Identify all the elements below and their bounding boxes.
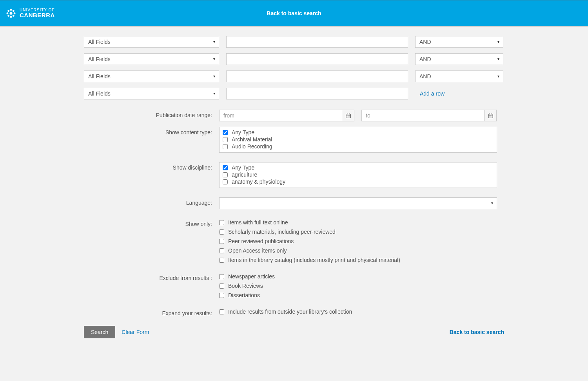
svg-rect-20 bbox=[489, 116, 490, 116]
content-type-listbox[interactable]: Any Type Archival Material Audio Recordi… bbox=[219, 127, 497, 153]
search-term-input[interactable] bbox=[226, 36, 408, 48]
exclude-list: Newspaper articles Book Reviews Disserta… bbox=[219, 273, 275, 298]
svg-point-2 bbox=[10, 16, 12, 18]
svg-rect-18 bbox=[489, 113, 490, 114]
content-type-item[interactable]: Archival Material bbox=[223, 136, 494, 143]
exclude-checkbox[interactable] bbox=[219, 274, 224, 279]
search-row: All Fields Add a row bbox=[84, 88, 504, 99]
svg-rect-13 bbox=[347, 116, 347, 116]
show-only-checkbox[interactable] bbox=[219, 248, 224, 253]
show-only-row: Show only: Items with full text online S… bbox=[84, 218, 504, 263]
exclude-item[interactable]: Book Reviews bbox=[219, 283, 275, 289]
back-to-basic-link-footer[interactable]: Back to basic search bbox=[450, 329, 504, 335]
svg-point-3 bbox=[6, 13, 8, 14]
operator-select[interactable]: AND bbox=[415, 70, 503, 82]
content-type-item-label: Any Type bbox=[232, 129, 254, 135]
date-from-picker-button[interactable] bbox=[342, 110, 354, 121]
svg-rect-12 bbox=[349, 113, 349, 114]
show-only-item[interactable]: Open Access items only bbox=[219, 247, 400, 254]
search-term-input[interactable] bbox=[226, 70, 408, 82]
show-only-checkbox[interactable] bbox=[219, 220, 224, 225]
field-select[interactable]: All Fields bbox=[84, 53, 219, 65]
exclude-row: Exclude from results : Newspaper article… bbox=[84, 273, 504, 298]
field-select[interactable]: All Fields bbox=[84, 70, 219, 82]
clear-form-link[interactable]: Clear Form bbox=[122, 329, 149, 335]
language-label: Language: bbox=[84, 197, 219, 209]
content-type-checkbox[interactable] bbox=[223, 130, 228, 135]
svg-rect-19 bbox=[491, 113, 492, 114]
search-button[interactable]: Search bbox=[84, 326, 115, 338]
logo[interactable]: UNIVERSITY OF CANBERRA bbox=[0, 8, 55, 19]
discipline-item[interactable]: anatomy & physiology bbox=[223, 178, 494, 185]
expand-label: Expand your results: bbox=[84, 308, 219, 316]
discipline-item[interactable]: Any Type bbox=[223, 164, 494, 171]
exclude-item[interactable]: Newspaper articles bbox=[219, 273, 275, 280]
exclude-item[interactable]: Dissertations bbox=[219, 292, 275, 298]
calendar-icon bbox=[488, 113, 493, 118]
add-row-link[interactable]: Add a row bbox=[415, 90, 445, 97]
show-only-checkbox[interactable] bbox=[219, 258, 224, 263]
svg-rect-14 bbox=[348, 116, 348, 116]
expand-item-label: Include results from outside your librar… bbox=[228, 309, 352, 315]
form-actions: Search Clear Form Back to basic search bbox=[84, 326, 504, 338]
svg-point-7 bbox=[7, 15, 9, 17]
svg-point-0 bbox=[10, 12, 13, 15]
content-type-checkbox[interactable] bbox=[223, 137, 228, 142]
search-term-input[interactable] bbox=[226, 88, 408, 99]
language-select[interactable] bbox=[219, 197, 497, 209]
show-only-item[interactable]: Items with full text online bbox=[219, 219, 400, 226]
content-type-row: Show content type: Any Type Archival Mat… bbox=[84, 127, 504, 153]
operator-select[interactable]: AND bbox=[415, 53, 503, 65]
discipline-listbox[interactable]: Any Type agriculture anatomy & physiolog… bbox=[219, 162, 497, 188]
svg-point-5 bbox=[7, 10, 9, 12]
search-row: All Fields AND bbox=[84, 70, 504, 82]
pub-date-label: Publication date range: bbox=[84, 110, 219, 121]
field-select[interactable]: All Fields bbox=[84, 88, 219, 99]
discipline-item-label: Any Type bbox=[232, 164, 254, 171]
university-logo-icon bbox=[5, 8, 16, 19]
svg-rect-15 bbox=[349, 116, 350, 116]
content-type-item-label: Archival Material bbox=[232, 136, 272, 143]
logo-text-bottom: CANBERRA bbox=[20, 12, 55, 18]
show-only-item-label: Peer reviewed publications bbox=[228, 238, 294, 244]
logo-text: UNIVERSITY OF CANBERRA bbox=[20, 8, 55, 18]
exclude-item-label: Dissertations bbox=[228, 292, 260, 298]
show-only-item-label: Items in the library catalog (includes m… bbox=[228, 257, 400, 263]
show-only-item[interactable]: Items in the library catalog (includes m… bbox=[219, 257, 400, 263]
discipline-checkbox[interactable] bbox=[223, 179, 228, 184]
svg-rect-22 bbox=[491, 116, 492, 116]
show-only-label: Show only: bbox=[84, 218, 219, 263]
date-to-picker-button[interactable] bbox=[484, 110, 497, 121]
show-only-list: Items with full text online Scholarly ma… bbox=[219, 218, 400, 263]
expand-checkbox[interactable] bbox=[219, 309, 224, 314]
content-type-item[interactable]: Audio Recording bbox=[223, 143, 494, 150]
content-type-label: Show content type: bbox=[84, 127, 219, 153]
operator-select[interactable]: AND bbox=[415, 36, 503, 48]
exclude-label: Exclude from results : bbox=[84, 273, 219, 298]
exclude-checkbox[interactable] bbox=[219, 293, 224, 298]
show-only-checkbox[interactable] bbox=[219, 229, 224, 235]
field-select[interactable]: All Fields bbox=[84, 36, 219, 48]
back-to-basic-link-header[interactable]: Back to basic search bbox=[267, 10, 321, 16]
content-type-checkbox[interactable] bbox=[223, 144, 228, 149]
language-row: Language: bbox=[84, 197, 504, 209]
expand-item[interactable]: Include results from outside your librar… bbox=[219, 309, 352, 315]
search-term-input[interactable] bbox=[226, 53, 408, 65]
discipline-item[interactable]: agriculture bbox=[223, 171, 494, 178]
discipline-row: Show discipline: Any Type agriculture an… bbox=[84, 162, 504, 188]
discipline-checkbox[interactable] bbox=[223, 172, 228, 177]
exclude-item-label: Newspaper articles bbox=[228, 273, 275, 280]
date-to-input[interactable] bbox=[361, 110, 484, 121]
discipline-item-label: agriculture bbox=[232, 172, 257, 178]
content-type-item[interactable]: Any Type bbox=[223, 129, 494, 136]
search-row: All Fields AND bbox=[84, 36, 504, 48]
show-only-item[interactable]: Scholarly materials, including peer-revi… bbox=[219, 229, 400, 235]
exclude-checkbox[interactable] bbox=[219, 283, 224, 289]
header: UNIVERSITY OF CANBERRA Back to basic sea… bbox=[0, 0, 588, 27]
svg-point-8 bbox=[13, 15, 15, 17]
show-only-item[interactable]: Peer reviewed publications bbox=[219, 238, 400, 244]
content-type-item-label: Audio Recording bbox=[232, 143, 272, 150]
date-from-input[interactable] bbox=[219, 110, 342, 121]
show-only-checkbox[interactable] bbox=[219, 239, 224, 244]
discipline-checkbox[interactable] bbox=[223, 165, 228, 170]
